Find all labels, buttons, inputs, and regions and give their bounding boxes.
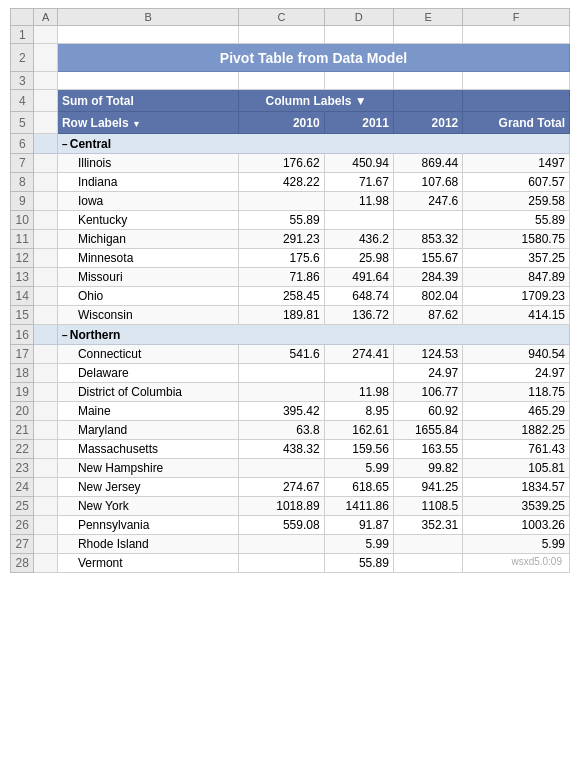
corner-cell	[11, 9, 34, 26]
row-ohio: 14 Ohio 258.45 648.74 802.04 1709.23	[11, 287, 570, 306]
pivot-title: Pivot Table from Data Model	[57, 44, 569, 72]
column-labels-dropdown[interactable]: ▼	[355, 94, 367, 108]
collapse-northern-icon[interactable]: −	[62, 330, 68, 341]
col-a-header: A	[34, 9, 57, 26]
col-e-header: E	[393, 9, 462, 26]
collapse-central-icon[interactable]: −	[62, 139, 68, 150]
district-of-columbia-label: District of Columbia	[57, 383, 238, 402]
row-1: 1	[11, 26, 570, 44]
row-connecticut: 17 Connecticut 541.6 274.41 124.53 940.5…	[11, 345, 570, 364]
row-kentucky: 10 Kentucky 55.89 55.89	[11, 211, 570, 230]
col-2011-header: 2011	[324, 112, 393, 134]
col-2012-header: 2012	[393, 112, 462, 134]
rownum-3: 3	[11, 72, 34, 90]
rownum-4: 4	[11, 90, 34, 112]
column-labels-label: Column Labels ▼	[239, 90, 394, 112]
col-b-header: B	[57, 9, 238, 26]
column-header-row: A B C D E F	[11, 9, 570, 26]
pivot-header-row5: 5 Row Labels ▼ 2010 2011 2012 Grand Tota…	[11, 112, 570, 134]
row-district-of-columbia: 19 District of Columbia 11.98 106.77 118…	[11, 383, 570, 402]
group-row-northern: 16 −Northern	[11, 325, 570, 345]
row-delaware: 18 Delaware 24.97 24.97	[11, 364, 570, 383]
row-3: 3	[11, 72, 570, 90]
rownum-1: 1	[11, 26, 34, 44]
row-pennsylvania: 26 Pennsylvania 559.08 91.87 352.31 1003…	[11, 516, 570, 535]
spreadsheet-grid: A B C D E F 1 2 Pivot Table from Data Mo…	[10, 8, 570, 573]
row-indiana: 8 Indiana 428.22 71.67 107.68 607.57	[11, 173, 570, 192]
sum-of-total-label: Sum of Total	[57, 90, 238, 112]
col-c-header: C	[239, 9, 324, 26]
row-labels-label: Row Labels ▼	[57, 112, 238, 134]
rownum-5: 5	[11, 112, 34, 134]
row-new-york: 25 New York 1018.89 1411.86 1108.5 3539.…	[11, 497, 570, 516]
col-grand-total-header: Grand Total	[463, 112, 570, 134]
row-missouri: 13 Missouri 71.86 491.64 284.39 847.89	[11, 268, 570, 287]
pivot-header-row4: 4 Sum of Total Column Labels ▼	[11, 90, 570, 112]
col-2010-header: 2010	[239, 112, 324, 134]
rownum-6: 6	[11, 134, 34, 154]
group-northern-label: −Northern	[57, 325, 569, 345]
row-maine: 20 Maine 395.42 8.95 60.92 465.29	[11, 402, 570, 421]
rownum-2: 2	[11, 44, 34, 72]
row-massachusetts: 22 Massachusetts 438.32 159.56 163.55 76…	[11, 440, 570, 459]
row-wisconsin: 15 Wisconsin 189.81 136.72 87.62 414.15	[11, 306, 570, 325]
row-minnesota: 12 Minnesota 175.6 25.98 155.67 357.25	[11, 249, 570, 268]
row-new-hampshire: 23 New Hampshire 5.99 99.82 105.81	[11, 459, 570, 478]
row-vermont: 28 Vermont 55.89	[11, 554, 570, 573]
watermark: wsxd5.0:09	[511, 556, 562, 567]
group-central-label: −Central	[57, 134, 569, 154]
group-row-central: 6 −Central	[11, 134, 570, 154]
row-michigan: 11 Michigan 291.23 436.2 853.32 1580.75	[11, 230, 570, 249]
row-maryland: 21 Maryland 63.8 162.61 1655.84 1882.25	[11, 421, 570, 440]
row-iowa: 9 Iowa 11.98 247.6 259.58	[11, 192, 570, 211]
row-labels-dropdown[interactable]: ▼	[132, 119, 141, 129]
title-row: 2 Pivot Table from Data Model	[11, 44, 570, 72]
col-d-header: D	[324, 9, 393, 26]
row-rhode-island: 27 Rhode Island 5.99 5.99	[11, 535, 570, 554]
row-new-jersey: 24 New Jersey 274.67 618.65 941.25 1834.…	[11, 478, 570, 497]
col-f-header: F	[463, 9, 570, 26]
row-illinois: 7 Illinois 176.62 450.94 869.44 1497	[11, 154, 570, 173]
